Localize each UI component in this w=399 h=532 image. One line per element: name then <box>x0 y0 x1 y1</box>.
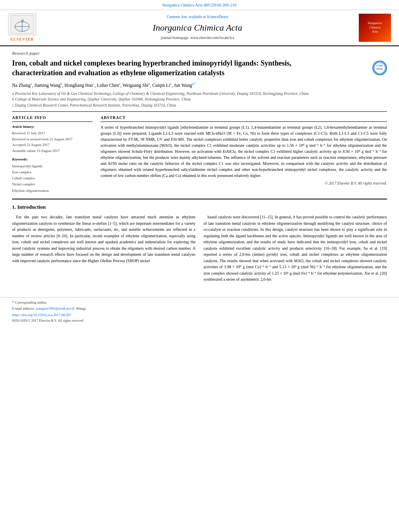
introduction-section: 1. Introduction For the past two decades… <box>12 203 387 285</box>
doi-link[interactable]: https://doi.org/10.1016/j.ica.2017.08.04… <box>12 313 71 317</box>
page-footer: * Corresponding author. E-mail address: … <box>0 297 399 326</box>
affiliations: a Provincial Key Laboratory of Oil & Gas… <box>12 91 387 108</box>
contents-line: Contents lists available at ScienceDirec… <box>36 14 359 20</box>
accepted-date: Accepted 22 August 2017 <box>12 142 93 148</box>
doi-line: https://doi.org/10.1016/j.ica.2017.08.04… <box>12 312 387 318</box>
journal-header: 🌿 ELSEVIER Contents lists available at S… <box>0 10 399 46</box>
email-person: (J. Wang). <box>72 306 86 310</box>
author-hongliang-huo: Hongliang Huo <box>64 83 93 88</box>
keywords-list: Iminopyridyl ligands Iron complex Cobalt… <box>12 163 93 194</box>
author-jun-wang: Jun Wang <box>174 83 192 88</box>
affiliation-a: a Provincial Key Laboratory of Oil & Gas… <box>12 91 387 97</box>
license-line: 0020-1693/© 2017 Elsevier B.V. All right… <box>12 318 387 323</box>
journal-top-bar: Inorganica Chimica Acta 469 (2018) 209–2… <box>0 0 399 10</box>
intro-right-col: based catalysts were discovered [11–15].… <box>204 214 387 285</box>
intro-left-para: For the past two decades, late transitio… <box>12 214 195 264</box>
journal-homepage: journal homepage: www.elsevier.com/locat… <box>36 35 359 41</box>
keyword-2: Iron complex <box>12 169 93 175</box>
affiliation-b: b College of Materials Science and Engin… <box>12 97 387 102</box>
received-date: Received 11 July 2017 <box>12 130 93 136</box>
keyword-4: Nickel complex <box>12 181 93 187</box>
intro-two-col: For the past two decades, late transitio… <box>12 214 387 285</box>
footnote-star: * Corresponding author. <box>12 300 387 305</box>
abstract-text: A series of hyperbranched iminopyridyl l… <box>101 124 387 179</box>
author-jiaming-wang: Jiaming Wang <box>34 83 61 88</box>
journal-header-center: Contents lists available at ScienceDirec… <box>36 14 359 41</box>
svg-text:Cross: Cross <box>376 64 383 67</box>
crossmark-icon: Cross Mark <box>372 61 387 75</box>
authors-line: Na Zhanga, Jiaming Wangb, Hongliang Huoc… <box>12 82 387 88</box>
section-divider-thick <box>12 199 387 199</box>
footnote-text: * Corresponding author. <box>12 300 47 304</box>
elsevier-brand-text: ELSEVIER <box>10 37 34 42</box>
intro-right-para: based catalysts were discovered [11–15].… <box>204 214 387 283</box>
email-link[interactable]: wangjun1965@yeah.net <box>35 306 71 310</box>
paper-title: Iron, cobalt and nickel complexes bearin… <box>12 59 342 78</box>
copyright-line: © 2017 Elsevier B.V. All rights reserved… <box>101 181 387 186</box>
elsevier-logo: 🌿 ELSEVIER <box>8 13 36 42</box>
article-info-column: ARTICLE INFO Article history: Received 1… <box>12 115 93 194</box>
email-label: E-mail address: <box>12 306 35 310</box>
keyword-5: Ethylene oligomerization <box>12 188 93 194</box>
author-na-zhang: Na Zhang <box>12 83 31 88</box>
keywords-label: Keywords: <box>12 157 93 162</box>
email-line: E-mail address: wangjun1965@yeah.net (J.… <box>12 306 387 311</box>
article-info-abstract-section: ARTICLE INFO Article history: Received 1… <box>12 115 387 194</box>
author-liduo-chen: Liduo Chen <box>97 83 119 88</box>
journal-citation: Inorganica Chimica Acta 469 (2018) 209–2… <box>162 3 237 7</box>
svg-text:Mark: Mark <box>376 67 383 70</box>
journal-title: Inorganica Chimica Acta <box>36 22 359 34</box>
header-divider <box>12 111 387 112</box>
author-weiguang-shi: Weiguang Shi <box>123 83 149 88</box>
main-content: Research paper Cross Mark Iron, cobalt a… <box>0 46 399 289</box>
abstract-column: ABSTRACT A series of hyperbranched imino… <box>101 115 387 194</box>
abstract-header: ABSTRACT <box>101 115 387 122</box>
ica-logo: InorganicaChimicaActa <box>359 14 391 42</box>
article-history-items: Received 11 July 2017 Received in revise… <box>12 130 93 154</box>
available-date: Available online 23 August 2017 <box>12 148 93 154</box>
elsevier-logo-image: 🌿 <box>8 13 36 35</box>
sciencedirect-link[interactable]: ScienceDirect <box>207 15 228 19</box>
revised-date: Received in revised form 21 August 2017 <box>12 136 93 142</box>
crossmark-badge: Cross Mark <box>372 61 387 75</box>
keyword-1: Iminopyridyl ligands <box>12 163 93 169</box>
article-info-header: ARTICLE INFO <box>12 115 93 122</box>
keyword-3: Cobalt complex <box>12 175 93 181</box>
intro-section-title: 1. Introduction <box>12 203 387 211</box>
affiliation-c: c Daqing Chemical Research Center, Petro… <box>12 103 387 108</box>
author-cuiqin-li: Cuiqin Li <box>152 83 170 88</box>
paper-type: Research paper <box>12 50 387 56</box>
intro-left-col: For the past two decades, late transitio… <box>12 214 195 285</box>
article-history-label: Article history: <box>12 124 93 129</box>
